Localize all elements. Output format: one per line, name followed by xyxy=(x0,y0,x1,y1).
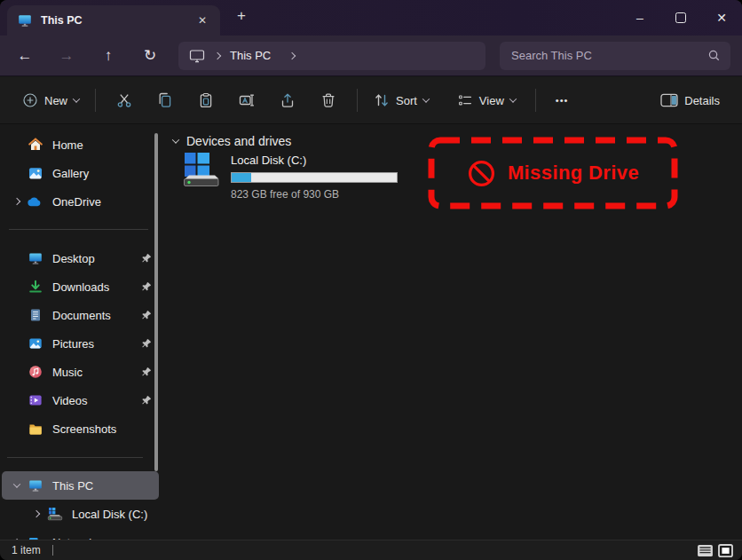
desktop-icon xyxy=(27,251,44,265)
sort-arrows-icon xyxy=(374,92,390,108)
sort-button[interactable]: Sort xyxy=(366,87,437,114)
tab-title: This PC xyxy=(41,14,185,27)
music-icon xyxy=(27,365,44,379)
chevron-right-icon[interactable] xyxy=(214,51,221,59)
details-button-label: Details xyxy=(684,94,720,107)
cut-button[interactable] xyxy=(104,84,145,116)
annotation-content: Missing Drive xyxy=(428,137,678,209)
details-view-button[interactable] xyxy=(697,544,714,557)
this-pc-monitor-icon xyxy=(18,13,32,28)
maximize-icon xyxy=(675,12,686,23)
sidebar-item-desktop[interactable]: Desktop xyxy=(2,244,159,272)
sidebar-item-label: Gallery xyxy=(52,167,152,180)
section-header-label: Devices and drives xyxy=(186,134,291,148)
pin-icon xyxy=(138,338,152,349)
sidebar-item-documents[interactable]: Documents xyxy=(2,301,159,329)
onedrive-cloud-icon xyxy=(27,196,44,207)
large-icons-view-button[interactable] xyxy=(718,544,733,557)
chevron-down-icon xyxy=(509,95,517,102)
share-button[interactable] xyxy=(267,84,308,116)
local-disk-tile[interactable]: Local Disk (C:) 823 GB free of 930 GB xyxy=(180,149,398,201)
chevron-down-icon xyxy=(422,95,430,102)
sidebar: Home Gallery OneDrive Desktop xyxy=(0,124,164,540)
sidebar-item-downloads[interactable]: Downloads xyxy=(2,272,159,301)
delete-button[interactable] xyxy=(308,84,349,116)
sidebar-item-label: Screenshots xyxy=(52,422,152,436)
paste-button[interactable] xyxy=(186,84,226,116)
divider xyxy=(535,89,536,112)
back-button[interactable]: ← xyxy=(12,43,38,69)
status-bar: 1 item xyxy=(0,540,742,560)
explorer-tab[interactable]: This PC ✕ xyxy=(7,5,220,35)
maximize-button[interactable] xyxy=(660,0,701,35)
item-count: 1 item xyxy=(12,544,41,556)
minimize-button[interactable]: – xyxy=(620,0,660,35)
sidebar-item-videos[interactable]: Videos xyxy=(2,386,159,414)
new-button[interactable]: New xyxy=(14,87,87,114)
this-pc-outline-icon xyxy=(189,49,205,63)
chevron-down-icon xyxy=(73,95,80,102)
sidebar-item-home[interactable]: Home xyxy=(2,130,159,159)
gallery-icon xyxy=(27,166,44,180)
up-button[interactable]: ↑ xyxy=(95,43,122,69)
documents-icon xyxy=(27,308,44,322)
share-icon xyxy=(280,92,296,108)
sidebar-item-local-disk-c[interactable]: Local Disk (C:) xyxy=(2,500,159,528)
sidebar-item-label: Videos xyxy=(52,394,138,407)
chevron-right-icon[interactable] xyxy=(33,510,40,517)
sidebar-item-onedrive[interactable]: OneDrive xyxy=(2,187,159,216)
videos-icon xyxy=(27,393,44,407)
view-button[interactable]: View xyxy=(449,87,524,114)
copy-button[interactable] xyxy=(145,84,186,116)
sidebar-item-pictures[interactable]: Pictures xyxy=(2,329,159,358)
close-window-button[interactable]: ✕ xyxy=(701,0,742,35)
chevron-down-icon[interactable] xyxy=(13,480,20,487)
nav-buttons: ← → ↑ ↻ xyxy=(12,43,163,69)
forward-button[interactable]: → xyxy=(53,43,80,69)
chevron-right-icon[interactable] xyxy=(288,51,296,59)
window-controls: – ✕ xyxy=(620,0,742,35)
sidebar-item-this-pc[interactable]: This PC xyxy=(2,471,159,500)
breadcrumb-this-pc[interactable]: This PC xyxy=(230,49,271,62)
close-tab-button[interactable]: ✕ xyxy=(193,13,211,28)
search-icon[interactable] xyxy=(707,49,721,62)
section-header-devices-and-drives[interactable]: Devices and drives xyxy=(173,134,291,148)
downloads-icon xyxy=(27,280,44,294)
sidebar-item-label: Documents xyxy=(52,309,138,322)
search-input[interactable] xyxy=(509,48,707,63)
drive-free-space: 823 GB free of 930 GB xyxy=(231,188,398,201)
divider xyxy=(95,89,96,112)
sidebar-item-label: Home xyxy=(52,138,152,152)
drive-usage-bar xyxy=(231,172,398,183)
details-view-icon xyxy=(697,544,714,557)
sidebar-item-label: Pictures xyxy=(52,337,138,351)
view-button-label: View xyxy=(479,94,504,107)
new-tab-button[interactable]: + xyxy=(231,7,252,25)
trash-icon xyxy=(320,92,336,108)
breadcrumb[interactable]: This PC xyxy=(178,42,485,70)
sidebar-item-music[interactable]: Music xyxy=(2,358,159,386)
drive-name: Local Disk (C:) xyxy=(231,154,398,167)
rename-button[interactable] xyxy=(226,84,267,116)
sidebar-item-screenshots[interactable]: Screenshots xyxy=(2,414,159,443)
plus-circle-icon xyxy=(22,92,38,108)
more-options-button[interactable]: ••• xyxy=(548,90,577,111)
sidebar-item-label: This PC xyxy=(52,479,152,493)
details-pane-icon xyxy=(660,93,678,107)
sidebar-item-label: Downloads xyxy=(52,280,138,294)
chevron-down-icon[interactable] xyxy=(172,136,179,143)
divider xyxy=(52,545,53,556)
sidebar-item-gallery[interactable]: Gallery xyxy=(2,159,159,187)
sidebar-item-network[interactable]: Network xyxy=(2,528,159,540)
details-pane-button[interactable]: Details xyxy=(652,88,728,113)
sidebar-item-label: Music xyxy=(52,366,138,379)
sidebar-item-label: OneDrive xyxy=(52,195,152,209)
new-button-label: New xyxy=(44,94,67,107)
chevron-right-icon[interactable] xyxy=(13,198,20,205)
large-icons-view-icon xyxy=(718,544,733,557)
navigation-bar: ← → ↑ ↻ This PC xyxy=(0,35,742,76)
refresh-button[interactable]: ↻ xyxy=(137,43,163,69)
sidebar-scrollbar[interactable] xyxy=(154,133,158,471)
windows-drive-icon xyxy=(180,151,221,201)
sort-button-label: Sort xyxy=(396,94,417,107)
